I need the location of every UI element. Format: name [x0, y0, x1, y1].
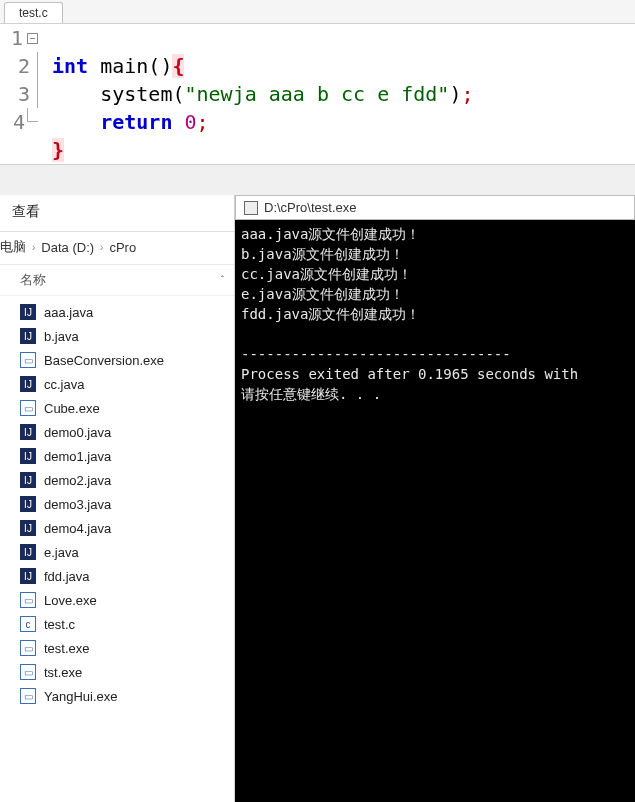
- file-name: BaseConversion.exe: [44, 353, 164, 368]
- breadcrumb-item[interactable]: cPro: [109, 240, 136, 255]
- line-gutter: 1− 2 3 4: [0, 24, 44, 164]
- file-row[interactable]: ctest.c: [0, 612, 234, 636]
- code-content[interactable]: int main(){ system("newja aaa b cc e fdd…: [44, 24, 473, 164]
- code-area[interactable]: 1− 2 3 4 int main(){ system("newja aaa b…: [0, 24, 635, 164]
- file-row[interactable]: IJe.java: [0, 540, 234, 564]
- chevron-right-icon: ›: [100, 242, 103, 253]
- file-name: demo2.java: [44, 473, 111, 488]
- console-titlebar[interactable]: D:\cPro\test.exe: [235, 195, 635, 220]
- console-icon: [244, 201, 258, 215]
- exe-file-icon: ▭: [20, 688, 36, 704]
- file-name: b.java: [44, 329, 79, 344]
- breadcrumb-item[interactable]: 电脑: [0, 238, 26, 256]
- java-file-icon: IJ: [20, 472, 36, 488]
- file-name: Love.exe: [44, 593, 97, 608]
- java-file-icon: IJ: [20, 544, 36, 560]
- file-row[interactable]: IJaaa.java: [0, 300, 234, 324]
- file-row[interactable]: ▭Cube.exe: [0, 396, 234, 420]
- c-file-icon: c: [20, 616, 36, 632]
- file-name: YangHui.exe: [44, 689, 117, 704]
- file-name: demo4.java: [44, 521, 111, 536]
- file-row[interactable]: ▭BaseConversion.exe: [0, 348, 234, 372]
- sort-caret-icon: ˆ: [221, 275, 224, 286]
- java-file-icon: IJ: [20, 328, 36, 344]
- file-name: cc.java: [44, 377, 84, 392]
- exe-file-icon: ▭: [20, 400, 36, 416]
- file-name: demo0.java: [44, 425, 111, 440]
- exe-file-icon: ▭: [20, 640, 36, 656]
- file-row[interactable]: IJcc.java: [0, 372, 234, 396]
- file-row[interactable]: ▭tst.exe: [0, 660, 234, 684]
- exe-file-icon: ▭: [20, 352, 36, 368]
- column-header-name[interactable]: 名称 ˆ: [0, 265, 234, 296]
- java-file-icon: IJ: [20, 520, 36, 536]
- java-file-icon: IJ: [20, 568, 36, 584]
- file-name: aaa.java: [44, 305, 93, 320]
- file-name: fdd.java: [44, 569, 90, 584]
- file-row[interactable]: ▭Love.exe: [0, 588, 234, 612]
- file-name: tst.exe: [44, 665, 82, 680]
- file-row[interactable]: IJdemo4.java: [0, 516, 234, 540]
- java-file-icon: IJ: [20, 496, 36, 512]
- fold-minus-icon[interactable]: −: [27, 33, 38, 44]
- code-editor: test.c 1− 2 3 4 int main(){ system("newj…: [0, 0, 635, 165]
- file-explorer: 查看 电脑 › Data (D:) › cPro 名称 ˆ IJaaa.java…: [0, 195, 235, 802]
- file-name: test.exe: [44, 641, 90, 656]
- java-file-icon: IJ: [20, 304, 36, 320]
- explorer-view-label[interactable]: 查看: [0, 195, 234, 231]
- file-name: Cube.exe: [44, 401, 100, 416]
- file-name: demo1.java: [44, 449, 111, 464]
- console-title: D:\cPro\test.exe: [264, 200, 356, 215]
- file-list: IJaaa.javaIJb.java▭BaseConversion.exeIJc…: [0, 296, 234, 712]
- file-row[interactable]: IJdemo3.java: [0, 492, 234, 516]
- file-row[interactable]: IJdemo0.java: [0, 420, 234, 444]
- file-name: test.c: [44, 617, 75, 632]
- file-row[interactable]: IJdemo2.java: [0, 468, 234, 492]
- java-file-icon: IJ: [20, 424, 36, 440]
- file-name: demo3.java: [44, 497, 111, 512]
- exe-file-icon: ▭: [20, 592, 36, 608]
- console-window: D:\cPro\test.exe aaa.java源文件创建成功！ b.java…: [235, 195, 635, 802]
- file-row[interactable]: IJdemo1.java: [0, 444, 234, 468]
- file-row[interactable]: ▭test.exe: [0, 636, 234, 660]
- editor-tab[interactable]: test.c: [4, 2, 63, 23]
- file-name: e.java: [44, 545, 79, 560]
- console-output[interactable]: aaa.java源文件创建成功！ b.java源文件创建成功！ cc.java源…: [235, 220, 635, 802]
- exe-file-icon: ▭: [20, 664, 36, 680]
- file-row[interactable]: ▭YangHui.exe: [0, 684, 234, 708]
- java-file-icon: IJ: [20, 448, 36, 464]
- editor-tab-bar: test.c: [0, 0, 635, 24]
- java-file-icon: IJ: [20, 376, 36, 392]
- breadcrumb-item[interactable]: Data (D:): [41, 240, 94, 255]
- chevron-right-icon: ›: [32, 242, 35, 253]
- file-row[interactable]: IJb.java: [0, 324, 234, 348]
- file-row[interactable]: IJfdd.java: [0, 564, 234, 588]
- breadcrumb: 电脑 › Data (D:) › cPro: [0, 231, 234, 265]
